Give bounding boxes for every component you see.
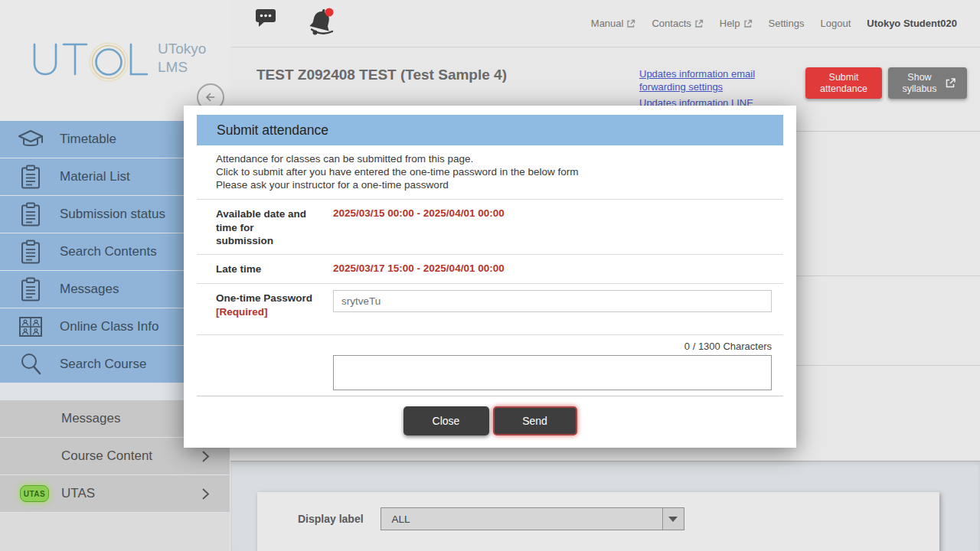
sidebar-item-label: Timetable	[60, 132, 116, 147]
manual-link[interactable]: Manual	[591, 18, 636, 29]
logout-link[interactable]: Logout	[820, 18, 851, 29]
sidebar-item-label: UTAS	[61, 486, 95, 501]
dropdown-arrow-button[interactable]	[662, 508, 684, 530]
one-time-password-input[interactable]	[333, 290, 772, 312]
sidebar-item-label: Course Content	[61, 448, 152, 464]
email-forwarding-settings-link[interactable]: Updates information email forwarding set…	[639, 68, 777, 93]
contacts-link[interactable]: Contacts	[652, 18, 703, 29]
external-link-icon	[694, 19, 704, 28]
external-link-icon	[743, 19, 753, 28]
one-time-password-row: One-time Password [Required]	[197, 283, 783, 334]
late-time-label: Late time	[197, 255, 314, 283]
utol-lms-app: UTokyo LMS Timetable	[0, 0, 980, 551]
display-label-panel: Display label ALL	[257, 492, 939, 551]
clipboard-icon	[17, 240, 44, 265]
intro-line: Attendance for classes can be submitted …	[216, 152, 764, 165]
display-label-caption: Display label	[298, 513, 364, 525]
modal-intro: Attendance for classes can be submitted …	[197, 145, 783, 199]
late-time-row: Late time 2025/03/17 15:00 - 2025/04/01 …	[197, 254, 783, 283]
caret-down-icon	[668, 517, 678, 522]
topbar-menu: Manual Contacts Help Se	[591, 18, 980, 29]
modal-title: Submit attendance	[197, 115, 783, 145]
username-label: Utokyo Student020	[867, 18, 957, 29]
notification-badge	[325, 8, 334, 17]
logo-sub1-text: UTokyo	[158, 41, 206, 57]
dropdown-selected-value: ALL	[381, 514, 410, 525]
external-link-icon	[945, 77, 956, 89]
sidebar-item-label: Material List	[60, 169, 130, 184]
logo-sub2-text: LMS	[158, 59, 188, 75]
comment-row: 0 / 1300 Characters	[197, 334, 783, 396]
comment-textarea[interactable]	[333, 355, 772, 390]
character-counter: 0 / 1300 Characters	[333, 335, 772, 355]
submit-attendance-modal: Submit attendance Attendance for classes…	[184, 106, 796, 448]
topbar: Manual Contacts Help Se	[230, 0, 980, 47]
one-time-password-label: One-time Password	[216, 292, 312, 304]
back-arrow-icon	[203, 89, 218, 106]
show-syllabus-button[interactable]: Show syllabus	[888, 67, 967, 99]
help-link[interactable]: Help	[720, 18, 753, 29]
bottom-section: Display label ALL	[230, 461, 980, 551]
sidebar-item-label: Messages	[61, 411, 120, 426]
display-label-dropdown[interactable]: ALL	[381, 507, 684, 530]
utol-logo: UTokyo LMS	[29, 37, 209, 86]
clipboard-icon	[17, 277, 44, 302]
close-button[interactable]: Close	[403, 406, 489, 435]
intro-line: Click to submit after you have entered t…	[216, 165, 764, 178]
available-date-label: Available date and time for submission	[197, 200, 314, 254]
submit-attendance-button[interactable]: Submit attendance	[805, 67, 882, 99]
people-grid-icon	[17, 316, 44, 337]
search-icon	[17, 352, 44, 377]
sidebar-item-utas[interactable]: UTAS UTAS	[0, 475, 230, 512]
sidebar-item-label: Submission status	[60, 207, 165, 222]
required-tag: [Required]	[216, 306, 268, 318]
graduation-cap-icon	[17, 128, 44, 151]
chat-bubble-icon[interactable]	[255, 7, 277, 30]
available-date-value: 2025/03/15 00:00 - 2025/04/01 00:00	[333, 207, 505, 219]
late-time-value: 2025/03/17 15:00 - 2025/04/01 00:00	[333, 262, 505, 274]
send-button[interactable]: Send	[493, 406, 577, 435]
logo-area: UTokyo LMS	[0, 0, 230, 121]
available-date-row: Available date and time for submission 2…	[197, 199, 783, 254]
settings-link[interactable]: Settings	[769, 18, 805, 29]
sidebar-item-label: Online Class Info	[60, 319, 158, 334]
sidebar-item-label: Search Contents	[60, 244, 157, 259]
modal-footer: Close Send	[197, 396, 783, 448]
chevron-right-icon	[201, 450, 210, 466]
intro-line: Please ask your instructor for a one-tim…	[216, 178, 764, 191]
clipboard-icon	[17, 165, 44, 190]
utas-logo-icon: UTAS	[20, 485, 49, 502]
page-title: TEST Z092408 TEST (Test Sample 4)	[256, 67, 507, 83]
chevron-right-icon	[201, 487, 210, 504]
sidebar-item-label: Search Course	[60, 357, 146, 372]
sidebar-item-label: Messages	[60, 282, 119, 297]
clipboard-icon	[17, 202, 44, 227]
sidebar-bottom-filler	[0, 513, 230, 551]
bell-icon[interactable]	[308, 7, 335, 40]
external-link-icon	[626, 19, 635, 28]
